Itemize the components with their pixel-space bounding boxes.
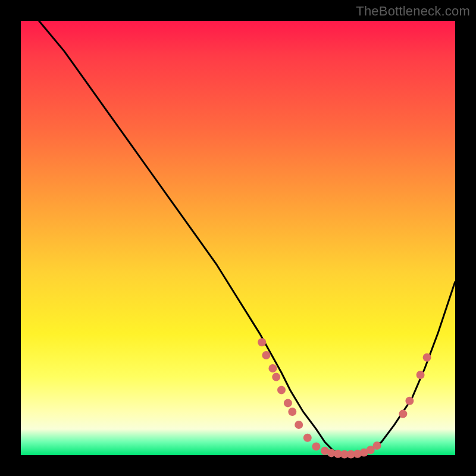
data-marker bbox=[277, 386, 286, 394]
data-marker bbox=[405, 397, 414, 405]
data-marker bbox=[295, 421, 303, 429]
watermark-text: TheBottleneck.com bbox=[356, 4, 470, 19]
data-marker bbox=[423, 353, 431, 362]
data-marker bbox=[284, 399, 292, 407]
data-marker bbox=[258, 338, 266, 346]
plot-area bbox=[21, 21, 455, 455]
data-marker bbox=[312, 442, 320, 450]
data-marker bbox=[373, 441, 381, 450]
data-marker bbox=[303, 434, 312, 442]
data-marker bbox=[262, 351, 270, 359]
data-marker bbox=[272, 373, 280, 381]
data-marker bbox=[399, 410, 407, 418]
bottleneck-curve bbox=[21, 21, 455, 455]
data-marker bbox=[416, 371, 425, 379]
data-marker bbox=[268, 364, 277, 372]
chart-frame: TheBottleneck.com bbox=[0, 0, 476, 476]
data-marker bbox=[288, 408, 296, 416]
